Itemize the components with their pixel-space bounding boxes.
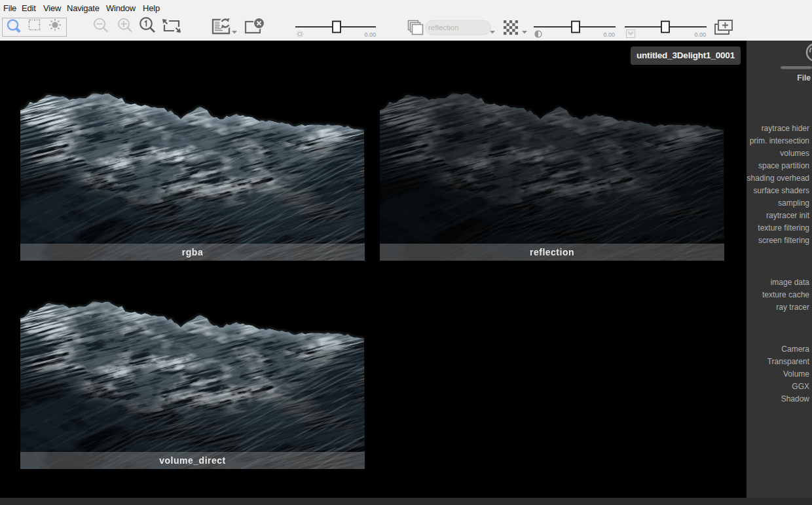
svg-text:reflection: reflection — [428, 24, 459, 31]
svg-text:0.00: 0.00 — [364, 31, 376, 38]
svg-text:0.00: 0.00 — [694, 31, 706, 38]
svg-text:0.00: 0.00 — [603, 31, 615, 38]
